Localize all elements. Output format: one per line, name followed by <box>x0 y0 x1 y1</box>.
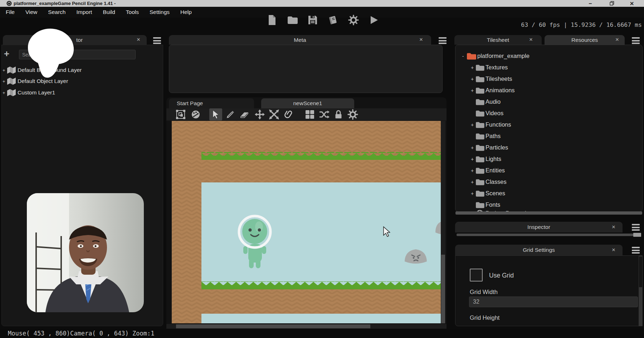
grass-strip-2 <box>201 285 441 289</box>
tree-item-lights[interactable]: +Lights <box>470 153 501 165</box>
layer-search-input[interactable] <box>19 50 136 59</box>
menu-search[interactable]: Search <box>48 9 65 15</box>
layers-panel-menu-icon[interactable] <box>153 37 161 44</box>
meta-panel-menu-icon[interactable] <box>439 37 447 44</box>
resources-close-icon[interactable]: × <box>615 36 619 43</box>
scene-canvas[interactable] <box>172 121 441 323</box>
menu-help[interactable]: Help <box>180 9 192 15</box>
layer-map-icon <box>7 89 18 97</box>
menu-settings[interactable]: Settings <box>150 9 170 15</box>
manual-book-icon[interactable] <box>328 14 338 26</box>
grass-strip-1 <box>201 156 441 160</box>
layer-row-custom[interactable]: + Custom Layer1 <box>2 87 55 98</box>
inspector-menu-icon[interactable] <box>632 224 640 231</box>
menu-import[interactable]: Import <box>76 9 92 15</box>
inspector-scrollbar-thumb[interactable] <box>633 233 641 237</box>
tab-start-page[interactable]: Start Page <box>169 98 254 108</box>
grid-settings-menu-icon[interactable] <box>632 247 640 254</box>
grid-width-label: Grid Width <box>470 289 498 295</box>
tile-grid-icon[interactable] <box>303 108 316 121</box>
pencil-icon[interactable] <box>224 108 237 121</box>
tree-item-functions[interactable]: +Functions <box>470 119 511 130</box>
new-file-icon[interactable] <box>267 14 277 26</box>
tree-item-classes[interactable]: +Classes <box>470 176 507 187</box>
folder-icon <box>466 52 477 60</box>
add-layer-button[interactable]: + <box>4 50 9 57</box>
layer-label: Default Background Layer <box>18 67 82 73</box>
resource-tree: - platformer_example +Textures +Tileshee… <box>455 45 643 212</box>
tree-item-videos[interactable]: Videos <box>470 108 503 119</box>
tilesheet-close-icon[interactable]: × <box>529 36 533 43</box>
tree-item-particles[interactable]: +Particles <box>470 142 508 153</box>
menu-view[interactable]: View <box>25 9 37 15</box>
resources-panel-menu-icon[interactable] <box>632 37 640 44</box>
inspector-panel-tab[interactable]: Inspector × <box>455 222 623 232</box>
scene-options-gear-icon[interactable] <box>346 108 359 121</box>
eraser-icon[interactable] <box>238 108 251 121</box>
layers-panel-close-icon[interactable]: × <box>137 36 140 43</box>
menu-file[interactable]: File <box>6 9 15 15</box>
tree-item-textures[interactable]: +Textures <box>470 62 508 73</box>
canvas-vertical-scrollbar[interactable] <box>441 121 445 323</box>
scene-editor-window: Start Page newScene1 <box>166 97 447 329</box>
tree-item-animations[interactable]: +Animations <box>470 85 515 96</box>
resize-icon[interactable] <box>268 108 280 121</box>
tab-tilesheet[interactable]: Tilesheet × <box>454 35 542 45</box>
select-cursor-icon[interactable] <box>209 108 222 121</box>
grid-settings-scrollbar[interactable] <box>639 256 643 326</box>
open-folder-icon[interactable] <box>287 14 298 26</box>
move-icon[interactable] <box>253 108 266 121</box>
canvas-settings-icon[interactable] <box>174 108 187 121</box>
resource-tree-horizontal-scrollbar[interactable] <box>455 211 642 215</box>
grid-settings-close-icon[interactable]: × <box>612 246 615 254</box>
grid-settings-body: Use Grid Grid Width Grid Height <box>455 255 643 326</box>
webcam-overlay <box>27 193 144 312</box>
tree-item-project[interactable]: - platformer_example <box>460 50 530 62</box>
grid-width-field[interactable] <box>469 297 638 307</box>
tree-item-paths[interactable]: Paths <box>470 131 501 142</box>
layers-panel-tab[interactable]: tor × <box>3 35 147 45</box>
inspector-close-icon[interactable]: × <box>612 224 615 231</box>
tree-item-tilesheets[interactable]: +Tilesheets <box>470 73 512 84</box>
grid-settings-tab[interactable]: Grid Settings × <box>455 245 623 255</box>
app-logo-icon <box>6 1 12 6</box>
tab-newscene1[interactable]: newScene1 <box>261 98 354 108</box>
restore-icon <box>610 1 614 6</box>
dirt-ceiling <box>201 121 441 156</box>
menu-tools[interactable]: Tools <box>126 9 139 15</box>
meta-content-area[interactable] <box>169 45 443 93</box>
run-play-icon[interactable] <box>369 14 379 26</box>
shuffle-icon[interactable] <box>318 108 331 121</box>
settings-gear-icon[interactable] <box>348 14 359 26</box>
palette-icon[interactable] <box>189 108 202 121</box>
inspector-scrollbar[interactable] <box>457 234 636 236</box>
use-grid-checkbox[interactable] <box>470 269 483 281</box>
canvas-horizontal-scrollbar[interactable] <box>166 324 447 329</box>
close-button[interactable]: × <box>627 0 637 7</box>
meta-panel-close-icon[interactable]: × <box>419 36 423 43</box>
inspector-title: Inspector <box>527 224 550 230</box>
dirt-left-wall <box>172 121 201 323</box>
layers-panel-title: tor <box>76 37 83 43</box>
meta-panel-tab[interactable]: Meta × <box>169 35 431 45</box>
menu-build[interactable]: Build <box>103 9 115 15</box>
layer-label: Default Object Layer <box>18 78 68 84</box>
save-icon[interactable] <box>307 14 318 26</box>
tree-item-entities[interactable]: +Entities <box>470 165 505 176</box>
fps-readout: 63 / 60 fps | 15.9236 / 16.6667 ms <box>521 21 642 28</box>
dirt-band-2 <box>201 289 441 314</box>
restore-button[interactable] <box>607 0 617 7</box>
tree-item-scenes[interactable]: +Scenes <box>470 188 505 199</box>
minimize-button[interactable]: – <box>585 0 595 7</box>
layer-row-object[interactable]: + Default Object Layer <box>2 76 68 87</box>
attach-paperclip-icon[interactable] <box>282 108 295 121</box>
grid-width-input[interactable] <box>469 297 638 307</box>
layer-row-background[interactable]: + Default Background Layer <box>2 65 82 75</box>
tab-resources[interactable]: Resources × <box>545 35 625 45</box>
status-bar: Mouse( 453 , 860)Camera( 0 , 643) Zoom:1 <box>0 329 644 338</box>
layer-label: Custom Layer1 <box>18 89 55 96</box>
lock-icon[interactable] <box>332 108 345 121</box>
layer-map-icon <box>7 66 18 74</box>
dirt-band-1 <box>201 160 441 182</box>
tree-item-audio[interactable]: Audio <box>470 96 501 107</box>
